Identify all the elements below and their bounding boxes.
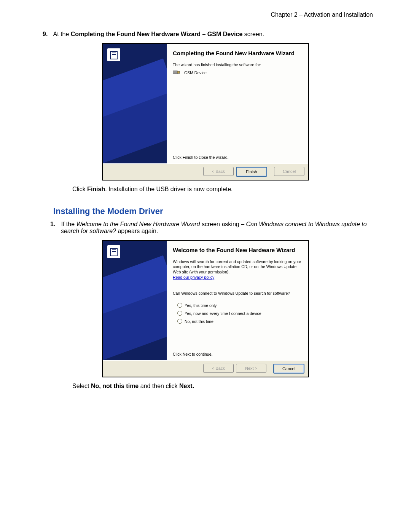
radio-icon	[177, 311, 182, 316]
post9-bold: Finish	[87, 186, 105, 192]
step-9-bold: Completing the Found New Hardware Wizard…	[71, 31, 242, 37]
post1-t2: and then click	[139, 383, 179, 389]
step-9: 9. At the Completing the Found New Hardw…	[53, 31, 373, 38]
wizard2-button-bar: < Back Next > Cancel	[103, 360, 308, 377]
post1-bold2: Next.	[179, 383, 194, 389]
wizard1-body: The wizard has finished installing the s…	[173, 62, 302, 68]
section-heading-modem-driver: Installing the Modem Driver	[53, 206, 373, 216]
wizard2-continue-text: Click Next to continue.	[173, 352, 302, 356]
back-button: < Back	[203, 364, 234, 373]
radio-option-3[interactable]: No, not this time	[177, 319, 302, 324]
wizard2-sidebar-graphic	[103, 241, 167, 360]
cancel-button[interactable]: Cancel	[273, 364, 304, 374]
wizard-completing-frame: Completing the Found New Hardware Wizard…	[102, 43, 309, 181]
step-9-number: 9.	[43, 31, 52, 38]
step1-t2: screen asking –	[200, 221, 246, 227]
wizard2-question: Can Windows connect to Windows Update to…	[173, 291, 302, 296]
radio-icon	[177, 319, 182, 324]
radio-option-1[interactable]: Yes, this time only	[177, 303, 302, 308]
post-step-1: Select No, not this time and then click …	[72, 383, 373, 390]
device-icon	[173, 70, 180, 76]
step1-t1: If the	[61, 221, 76, 227]
post9-pre: Click	[72, 186, 87, 192]
wizard1-close-text: Click Finish to close the wizard.	[173, 155, 302, 160]
post9-rest: . Installation of the USB driver is now …	[105, 186, 233, 192]
step1-t3: appears again.	[116, 228, 158, 234]
back-button: < Back	[203, 167, 234, 176]
finish-button[interactable]: Finish	[236, 167, 267, 177]
step-1-number: 1.	[50, 221, 59, 228]
step-9-text-post: screen.	[242, 31, 264, 37]
radio-label-3: No, not this time	[185, 319, 213, 324]
cancel-button: Cancel	[274, 167, 304, 176]
radio-label-1: Yes, this time only	[185, 303, 217, 308]
step-9-text-pre: At the	[53, 31, 71, 37]
radio-icon	[177, 303, 182, 308]
wizard1-device-name: GSM Device	[184, 70, 207, 75]
radio-option-2[interactable]: Yes, now and every time I connect a devi…	[177, 311, 302, 316]
header-rule	[38, 23, 373, 23]
wizard2-body: Windows will search for current and upda…	[173, 259, 302, 275]
svg-rect-5	[177, 71, 180, 73]
page-header-chapter: Chapter 2 – Activation and Installation	[38, 11, 373, 18]
wizard-sidebar-graphic	[103, 44, 167, 163]
wizard2-title: Welcome to the Found New Hardware Wizard	[173, 247, 302, 254]
wizard1-title: Completing the Found New Hardware Wizard	[173, 50, 302, 57]
privacy-link[interactable]: Read our privacy policy	[173, 275, 302, 280]
step1-italic1: Welcome to the Found New Hardware Wizard	[76, 221, 200, 227]
step-1: 1. If the Welcome to the Found New Hardw…	[61, 221, 373, 235]
wizard1-button-bar: < Back Finish Cancel	[103, 163, 308, 180]
wizard-welcome-frame: Welcome to the Found New Hardware Wizard…	[102, 240, 309, 377]
post-step-9: Click Finish. Installation of the USB dr…	[72, 186, 373, 193]
post1-t1: Select	[72, 383, 91, 389]
radio-label-2: Yes, now and every time I connect a devi…	[185, 311, 261, 316]
next-button[interactable]: Next >	[236, 364, 266, 373]
post1-bold1: No, not this time	[91, 383, 139, 389]
svg-rect-4	[173, 71, 177, 74]
